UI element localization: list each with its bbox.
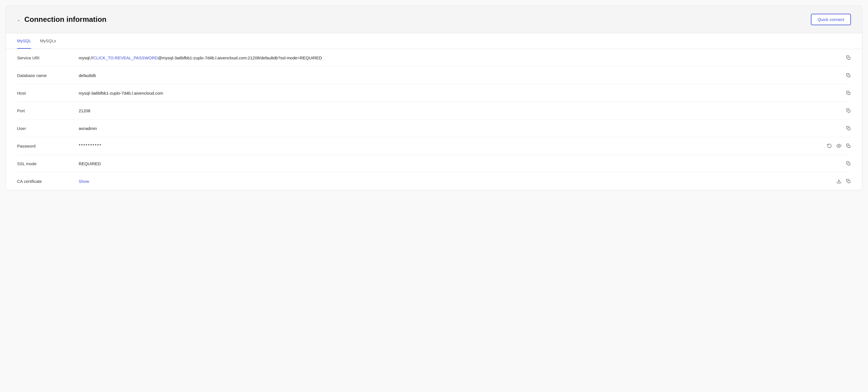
- label-service-uri: Service URI: [17, 55, 79, 60]
- svg-point-5: [838, 145, 840, 147]
- label-ssl-mode: SSL mode: [17, 161, 79, 166]
- panel-header: ⌄ Connection information Quick connect: [6, 6, 862, 33]
- value-port: 21208: [79, 108, 840, 113]
- actions-port: [846, 108, 851, 113]
- actions-user: [846, 126, 851, 131]
- panel-title-group: ⌄ Connection information: [17, 15, 106, 24]
- connection-tabs: MySQL MySQLx: [6, 33, 862, 49]
- value-host: mysql-3a6bfbb1-zuplo-7d4b.l.aivencloud.c…: [79, 91, 840, 95]
- row-password: Password **********: [17, 137, 851, 155]
- value-service-uri: mysql://CLICK_TO:REVEAL_PASSWORD@mysql-3…: [79, 55, 840, 60]
- panel-title: Connection information: [24, 15, 106, 24]
- tab-mysqlx[interactable]: MySQLx: [40, 33, 56, 49]
- quick-connect-button[interactable]: Quick connect: [811, 14, 851, 25]
- actions-ssl-mode: [846, 161, 851, 166]
- tab-mysql[interactable]: MySQL: [17, 33, 31, 49]
- reveal-password-icon[interactable]: [836, 143, 841, 148]
- value-password: **********: [79, 143, 821, 148]
- label-user: User: [17, 126, 79, 131]
- connection-information-panel: ⌄ Connection information Quick connect M…: [6, 6, 862, 190]
- copy-icon[interactable]: [846, 108, 851, 113]
- copy-icon[interactable]: [846, 55, 851, 60]
- row-service-uri: Service URI mysql://CLICK_TO:REVEAL_PASS…: [17, 49, 851, 67]
- row-port: Port 21208: [17, 102, 851, 120]
- row-user: User avnadmin: [17, 120, 851, 137]
- svg-rect-7: [848, 163, 850, 165]
- reset-password-icon[interactable]: [827, 143, 832, 148]
- download-certificate-icon[interactable]: [836, 179, 841, 184]
- show-certificate-link[interactable]: Show: [79, 179, 89, 184]
- value-ssl-mode: REQUIRED: [79, 161, 840, 166]
- copy-icon[interactable]: [846, 143, 851, 148]
- svg-rect-3: [848, 110, 850, 112]
- label-host: Host: [17, 91, 79, 95]
- copy-icon[interactable]: [846, 126, 851, 131]
- copy-icon[interactable]: [846, 73, 851, 78]
- copy-icon[interactable]: [846, 161, 851, 166]
- label-port: Port: [17, 108, 79, 113]
- label-ca-certificate: CA certificate: [17, 179, 79, 184]
- value-database-name: defaultdb: [79, 73, 840, 78]
- row-database-name: Database name defaultdb: [17, 67, 851, 84]
- copy-icon[interactable]: [846, 179, 851, 184]
- label-password: Password: [17, 144, 79, 148]
- connection-details-table: Service URI mysql://CLICK_TO:REVEAL_PASS…: [6, 49, 862, 190]
- svg-rect-4: [848, 128, 850, 130]
- actions-service-uri: [846, 55, 851, 60]
- reveal-password-link[interactable]: CLICK_TO:REVEAL_PASSWORD: [93, 55, 158, 60]
- svg-rect-0: [848, 57, 850, 59]
- row-ca-certificate: CA certificate Show: [17, 173, 851, 190]
- row-host: Host mysql-3a6bfbb1-zuplo-7d4b.l.aivencl…: [17, 84, 851, 102]
- copy-icon[interactable]: [846, 90, 851, 95]
- actions-password: [827, 143, 851, 148]
- svg-rect-6: [848, 145, 850, 148]
- row-ssl-mode: SSL mode REQUIRED: [17, 155, 851, 173]
- value-ca-certificate: Show: [79, 179, 831, 184]
- svg-rect-2: [848, 92, 850, 95]
- svg-rect-9: [848, 181, 850, 183]
- collapse-chevron-icon[interactable]: ⌄: [17, 18, 21, 22]
- actions-host: [846, 90, 851, 95]
- actions-database-name: [846, 73, 851, 78]
- value-user: avnadmin: [79, 126, 840, 131]
- actions-ca-certificate: [836, 179, 851, 184]
- label-database-name: Database name: [17, 73, 79, 78]
- svg-rect-1: [848, 75, 850, 77]
